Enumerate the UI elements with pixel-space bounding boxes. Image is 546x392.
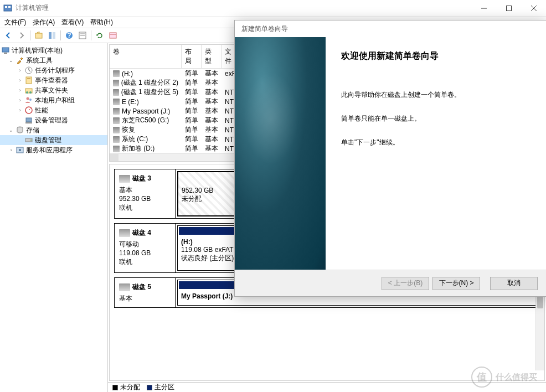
svg-point-26 — [29, 99, 32, 101]
wizard-heading: 欢迎使用新建简单卷向导 — [341, 50, 531, 62]
expand-icon[interactable]: › — [16, 78, 24, 83]
svg-point-23 — [26, 91, 28, 94]
disk-info: 磁盘 3 基本 952.30 GB 联机 — [115, 169, 176, 218]
menu-view[interactable]: 查看(V) — [61, 18, 84, 27]
maximize-button[interactable] — [496, 0, 521, 17]
nav-back-button[interactable] — [2, 29, 14, 42]
folder-icon — [24, 86, 33, 95]
tree-systools[interactable]: ⌄系统工具 — [0, 55, 107, 65]
legend-swatch-unallocated — [112, 385, 118, 390]
disk-icon — [119, 283, 130, 291]
svg-rect-9 — [53, 32, 55, 39]
svg-rect-18 — [4, 53, 7, 54]
titlebar: 计算机管理 — [0, 0, 546, 17]
svg-rect-4 — [506, 6, 511, 11]
tree-perf[interactable]: ›性能 — [0, 105, 107, 115]
expand-icon[interactable]: › — [16, 107, 24, 113]
menu-file[interactable]: 文件(F) — [4, 18, 26, 27]
computer-icon — [1, 46, 10, 55]
services-icon — [16, 146, 24, 154]
disk-icon — [119, 229, 130, 237]
legend-swatch-primary — [147, 385, 152, 390]
menu-action[interactable]: 操作(A) — [33, 18, 55, 27]
tree-storage[interactable]: ⌄存储 — [0, 125, 107, 135]
svg-point-24 — [29, 91, 32, 94]
disk-icon — [119, 175, 130, 183]
tree-event[interactable]: ›事件查看器 — [0, 75, 107, 85]
disk-info: 磁盘 5 基本 — [115, 278, 176, 307]
clock-icon — [24, 66, 33, 75]
expand-icon[interactable]: › — [16, 97, 24, 103]
tree-users[interactable]: ›本地用户和组 — [0, 95, 107, 105]
svg-rect-20 — [26, 77, 32, 84]
wizard-back-button[interactable]: < 上一步(B) — [382, 277, 429, 290]
tree-task[interactable]: ›任务计划程序 — [0, 65, 107, 75]
svg-point-33 — [30, 140, 32, 141]
tree-panel[interactable]: 计算机管理(本地) ⌄系统工具 ›任务计划程序 ›事件查看器 ›共享文件夹 ›本… — [0, 43, 108, 392]
expand-icon[interactable]: › — [16, 87, 24, 93]
watermark-logo: 值 — [471, 367, 492, 388]
wizard-title: 新建简单卷向导 — [235, 20, 546, 37]
users-icon — [24, 96, 33, 105]
tree-diskmgmt[interactable]: 磁盘管理 — [0, 135, 107, 145]
col-volume[interactable]: 卷 — [110, 45, 182, 68]
wizard-paragraph: 单击"下一步"继续。 — [341, 137, 531, 148]
device-icon — [24, 116, 33, 125]
new-simple-volume-wizard: 新建简单卷向导 欢迎使用新建简单卷向导 此向导帮助你在磁盘上创建一个简单卷。 简… — [234, 20, 546, 297]
svg-rect-17 — [2, 48, 9, 52]
collapse-icon[interactable]: ⌄ — [7, 127, 16, 133]
close-button[interactable] — [521, 0, 546, 17]
svg-rect-7 — [35, 33, 42, 38]
svg-rect-29 — [26, 118, 32, 122]
nav-forward-button[interactable] — [16, 29, 28, 42]
minimize-button[interactable] — [471, 0, 496, 17]
tree-devmgr[interactable]: 设备管理器 — [0, 115, 107, 125]
event-icon — [24, 76, 33, 85]
disk-icon — [24, 136, 33, 145]
wizard-footer: < 上一步(B) 下一步(N) > 取消 — [235, 270, 546, 296]
help-button[interactable]: ? — [63, 29, 75, 42]
window-title: 计算机管理 — [16, 3, 471, 13]
properties-button[interactable] — [76, 29, 89, 42]
app-icon — [3, 4, 12, 13]
svg-line-28 — [29, 109, 30, 110]
expand-icon[interactable]: › — [7, 147, 16, 153]
svg-rect-30 — [25, 122, 32, 123]
menu-help[interactable]: 帮助(H) — [90, 18, 113, 27]
wizard-next-button[interactable]: 下一步(N) > — [432, 277, 480, 290]
svg-rect-2 — [8, 6, 11, 8]
svg-rect-8 — [49, 32, 51, 39]
svg-point-25 — [27, 97, 29, 100]
up-button[interactable] — [33, 29, 45, 42]
storage-icon — [16, 126, 24, 135]
wizard-paragraph: 此向导帮助你在磁盘上创建一个简单卷。 — [341, 90, 531, 100]
col-type[interactable]: 类型 — [202, 45, 222, 68]
tools-icon — [16, 56, 24, 65]
refresh-button[interactable] — [94, 29, 106, 42]
watermark-text: 什么值得买 — [496, 372, 537, 383]
svg-rect-1 — [5, 6, 7, 8]
col-layout[interactable]: 布局 — [182, 45, 202, 68]
wizard-cancel-button[interactable]: 取消 — [490, 277, 538, 290]
show-hide-button[interactable] — [46, 29, 58, 42]
perf-icon — [24, 106, 33, 115]
expand-icon[interactable]: › — [16, 68, 24, 73]
wizard-sidebar-image — [235, 37, 326, 270]
watermark: 值 什么值得买 — [471, 367, 537, 388]
svg-point-35 — [19, 149, 21, 151]
tree-shared[interactable]: ›共享文件夹 — [0, 85, 107, 95]
wizard-content: 欢迎使用新建简单卷向导 此向导帮助你在磁盘上创建一个简单卷。 简单卷只能在单一磁… — [326, 37, 546, 270]
svg-rect-15 — [110, 33, 116, 38]
tree-root[interactable]: 计算机管理(本地) — [0, 45, 107, 55]
list-view-button[interactable] — [107, 29, 119, 42]
disk-info: 磁盘 4 可移动 119.08 GB 联机 — [115, 224, 176, 272]
svg-rect-0 — [4, 5, 12, 11]
collapse-icon[interactable]: ⌄ — [7, 58, 16, 63]
wizard-paragraph: 简单卷只能在单一磁盘上。 — [341, 114, 531, 124]
tree-services[interactable]: ›服务和应用程序 — [0, 145, 107, 155]
svg-text:?: ? — [67, 32, 71, 39]
